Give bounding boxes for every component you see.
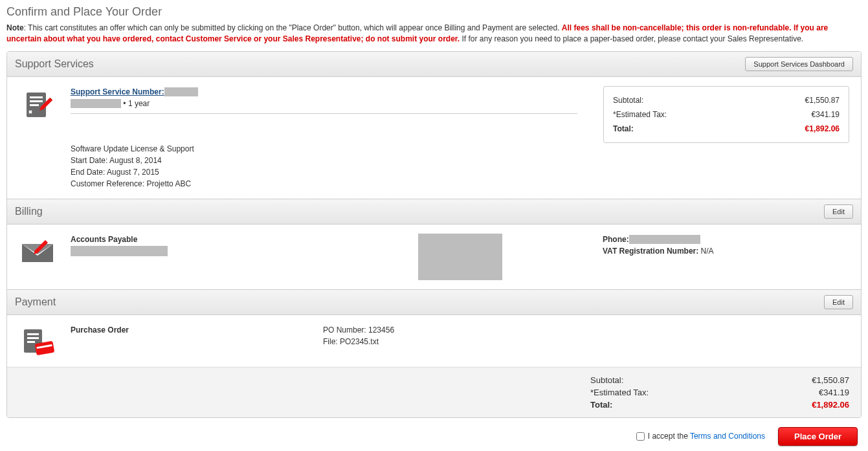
billing-title: Billing	[15, 206, 43, 217]
svg-rect-1	[30, 96, 43, 98]
note-prefix: Note	[6, 23, 24, 32]
svg-rect-2	[30, 100, 43, 102]
support-summary-box: Subtotal:€1,550.87 *Estimated Tax:€341.1…	[603, 86, 849, 143]
po-file: File: PO2345.txt	[323, 336, 577, 347]
footer-subtotal-value: €1,550.87	[812, 375, 849, 385]
order-bar: I accept the Terms and Conditions Place …	[6, 421, 862, 451]
order-note: Note: This cart constitutes an offer whi…	[6, 23, 862, 45]
place-order-button[interactable]: Place Order	[778, 427, 858, 446]
accounts-payable-label: Accounts Payable	[71, 234, 317, 245]
payment-method: Purchase Order	[71, 324, 304, 336]
phone-label: Phone:	[603, 235, 629, 244]
document-edit-icon	[19, 86, 58, 122]
payment-body: Purchase Order PO Number: 123456 File: P…	[7, 315, 861, 367]
redacted-product	[71, 99, 121, 108]
redacted-billing-name	[71, 246, 168, 256]
payment-title: Payment	[15, 296, 56, 308]
vat-value: N/A	[701, 247, 714, 256]
total-label: Total:	[613, 123, 634, 135]
tax-value: €341.19	[812, 109, 840, 120]
support-end-date: End Date: August 7, 2015	[71, 166, 849, 178]
billing-body: Accounts Payable Phone: VAT Registration…	[7, 225, 861, 289]
redacted-phone	[629, 235, 700, 244]
footer-summary: Subtotal:€1,550.87 *Estimated Tax:€341.1…	[7, 367, 861, 417]
payment-edit-button[interactable]: Edit	[824, 295, 853, 309]
tax-label: *Estimated Tax:	[613, 109, 667, 120]
accept-terms-wrap[interactable]: I accept the Terms and Conditions	[636, 432, 765, 441]
order-panel: Support Services Support Services Dashbo…	[6, 51, 862, 418]
support-header: Support Services Support Services Dashbo…	[7, 52, 861, 77]
subtotal-label: Subtotal:	[613, 94, 643, 106]
billing-edit-button[interactable]: Edit	[824, 204, 853, 219]
note-part2: If for any reason you need to place a pa…	[460, 34, 803, 43]
support-line-item: Software Update License & Support	[71, 143, 849, 155]
footer-total-label: Total:	[590, 400, 612, 410]
vat-label: VAT Registration Number:	[603, 247, 698, 256]
redacted-address-block	[418, 234, 502, 280]
po-number: PO Number: 123456	[323, 324, 577, 336]
note-part1: : This cart constitutes an offer which c…	[24, 23, 562, 32]
accept-text: I accept the	[648, 432, 690, 441]
footer-subtotal-label: Subtotal:	[590, 375, 623, 385]
accept-terms-checkbox[interactable]	[636, 432, 645, 441]
subtotal-value: €1,550.87	[805, 94, 840, 106]
footer-tax-value: €341.19	[819, 388, 849, 397]
support-customer-ref: Customer Reference: Projetto ABC	[71, 178, 849, 190]
redacted-ssn	[164, 87, 198, 96]
support-duration: • 1 year	[123, 99, 150, 108]
page-title: Confirm and Place Your Order	[6, 5, 862, 19]
total-value: €1,892.06	[805, 123, 840, 135]
support-start-date: Start Date: August 8, 2014	[71, 155, 849, 166]
support-dashboard-button[interactable]: Support Services Dashboard	[745, 57, 853, 71]
support-body: Support Service Number: • 1 year Subtota…	[7, 77, 861, 199]
svg-rect-6	[27, 337, 39, 339]
document-card-icon	[19, 324, 58, 358]
svg-rect-3	[30, 104, 39, 106]
svg-rect-7	[27, 341, 35, 343]
svg-rect-5	[27, 333, 39, 335]
terms-link[interactable]: Terms and Conditions	[690, 432, 765, 441]
support-title: Support Services	[15, 58, 94, 70]
billing-header: Billing Edit	[7, 199, 861, 225]
support-service-number-link[interactable]: Support Service Number:	[71, 87, 164, 96]
payment-header: Payment Edit	[7, 289, 861, 315]
footer-tax-label: *Estimated Tax:	[590, 388, 649, 397]
footer-total-value: €1,892.06	[812, 400, 849, 410]
envelope-pencil-icon	[19, 234, 58, 267]
